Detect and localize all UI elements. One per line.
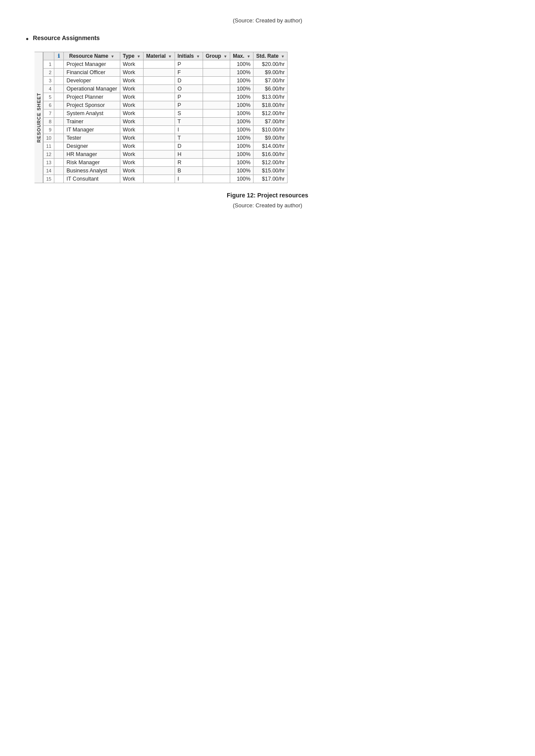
col-header-group[interactable]: Group ▼: [203, 52, 230, 60]
row-number: 14: [44, 167, 54, 175]
source-top: (Source: Created by author): [26, 17, 509, 24]
resource-type: Work: [120, 167, 143, 175]
resource-group: [203, 118, 230, 126]
row-icon-cell[interactable]: [54, 77, 64, 85]
resource-group: [203, 126, 230, 134]
row-icon-cell[interactable]: [54, 118, 64, 126]
row-number: 3: [44, 77, 54, 85]
resource-material: [144, 126, 175, 134]
resource-group: [203, 93, 230, 101]
resource-group: [203, 60, 230, 69]
row-number: 2: [44, 69, 54, 77]
resource-std-rate: $16.00/hr: [253, 150, 288, 159]
resource-name: IT Consultant: [64, 175, 120, 183]
resource-name: Financial Officer: [64, 69, 120, 77]
resource-max: 100%: [230, 69, 253, 77]
col-header-std-rate[interactable]: Std. Rate ▼: [253, 52, 288, 60]
resource-max: 100%: [230, 85, 253, 93]
row-icon-cell[interactable]: [54, 150, 64, 159]
row-icon-cell[interactable]: [54, 142, 64, 150]
row-icon-cell[interactable]: [54, 175, 64, 183]
resource-type: Work: [120, 69, 143, 77]
row-icon-cell[interactable]: [54, 109, 64, 118]
row-icon-cell[interactable]: [54, 60, 64, 69]
table-row: 15IT ConsultantWorkI100%$17.00/hr: [44, 175, 288, 183]
table-row: 11DesignerWorkD100%$14.00/hr: [44, 142, 288, 150]
resource-std-rate: $9.00/hr: [253, 134, 288, 142]
resource-std-rate: $20.00/hr: [253, 60, 288, 69]
rotated-label: RESOURCE SHEET: [34, 52, 43, 183]
col-header-type[interactable]: Type ▼: [120, 52, 143, 60]
resource-type: Work: [120, 85, 143, 93]
resource-material: [144, 175, 175, 183]
row-icon-cell[interactable]: [54, 159, 64, 167]
row-icon-cell[interactable]: [54, 134, 64, 142]
row-number: 7: [44, 109, 54, 118]
resource-name: System Analyst: [64, 109, 120, 118]
resource-max: 100%: [230, 175, 253, 183]
row-icon-cell[interactable]: [54, 101, 64, 109]
col-header-max[interactable]: Max. ▼: [230, 52, 253, 60]
resource-type: Work: [120, 142, 143, 150]
table-header: ℹ Resource Name ▼ Type ▼ Material ▼ Init…: [44, 52, 288, 60]
resource-group: [203, 167, 230, 175]
row-number: 9: [44, 126, 54, 134]
table-row: 9IT ManagerWorkI100%$10.00/hr: [44, 126, 288, 134]
section-label: Resource Assignments: [33, 34, 100, 43]
info-icon-header[interactable]: ℹ: [54, 52, 64, 60]
resource-material: [144, 159, 175, 167]
resource-type: Work: [120, 93, 143, 101]
row-number: 6: [44, 101, 54, 109]
resource-std-rate: $17.00/hr: [253, 175, 288, 183]
resource-name: Risk Manager: [64, 159, 120, 167]
resource-type: Work: [120, 77, 143, 85]
col-header-material[interactable]: Material ▼: [144, 52, 175, 60]
row-icon-cell[interactable]: [54, 69, 64, 77]
resource-type: Work: [120, 175, 143, 183]
resource-max: 100%: [230, 150, 253, 159]
resource-std-rate: $12.00/hr: [253, 109, 288, 118]
resource-group: [203, 142, 230, 150]
resource-initials: S: [175, 109, 203, 118]
resource-material: [144, 77, 175, 85]
row-icon-cell[interactable]: [54, 167, 64, 175]
resource-group: [203, 69, 230, 77]
resource-std-rate: $9.00/hr: [253, 69, 288, 77]
table-row: 7System AnalystWorkS100%$12.00/hr: [44, 109, 288, 118]
table-row: 5Project PlannerWorkP100%$13.00/hr: [44, 93, 288, 101]
resource-std-rate: $7.00/hr: [253, 77, 288, 85]
col-header-name[interactable]: Resource Name ▼: [64, 52, 120, 60]
resource-group: [203, 175, 230, 183]
resource-type: Work: [120, 150, 143, 159]
table-row: 8TrainerWorkT100%$7.00/hr: [44, 118, 288, 126]
resource-material: [144, 60, 175, 69]
resource-name: Project Sponsor: [64, 101, 120, 109]
row-number: 8: [44, 118, 54, 126]
resource-material: [144, 69, 175, 77]
row-icon-cell[interactable]: [54, 85, 64, 93]
figure-caption: Figure 12: Project resources: [26, 192, 509, 199]
resource-table: ℹ Resource Name ▼ Type ▼ Material ▼ Init…: [43, 52, 288, 183]
table-row: 2Financial OfficerWorkF100%$9.00/hr: [44, 69, 288, 77]
resource-max: 100%: [230, 142, 253, 150]
resource-initials: B: [175, 167, 203, 175]
resource-type: Work: [120, 159, 143, 167]
resource-material: [144, 167, 175, 175]
resource-name: Developer: [64, 77, 120, 85]
row-number: 5: [44, 93, 54, 101]
resource-initials: D: [175, 77, 203, 85]
resource-std-rate: $18.00/hr: [253, 101, 288, 109]
row-icon-cell[interactable]: [54, 93, 64, 101]
col-header-initials[interactable]: Initials ▼: [175, 52, 203, 60]
resource-std-rate: $15.00/hr: [253, 167, 288, 175]
row-icon-cell[interactable]: [54, 126, 64, 134]
resource-std-rate: $14.00/hr: [253, 142, 288, 150]
resource-name: IT Manager: [64, 126, 120, 134]
table-row: 1Project ManagerWorkP100%$20.00/hr: [44, 60, 288, 69]
resource-table-wrapper: RESOURCE SHEET ℹ Resource Name ▼ Type ▼ …: [34, 52, 509, 183]
resource-initials: P: [175, 101, 203, 109]
resource-group: [203, 77, 230, 85]
resource-material: [144, 101, 175, 109]
row-number: 15: [44, 175, 54, 183]
resource-std-rate: $6.00/hr: [253, 85, 288, 93]
